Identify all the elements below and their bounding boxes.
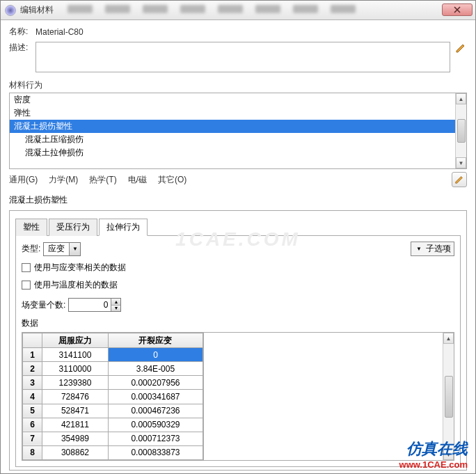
checkbox-icon[interactable] <box>22 263 31 272</box>
name-value: Material-C80 <box>35 27 84 37</box>
checkbox-icon[interactable] <box>22 281 31 290</box>
cell-crack[interactable]: 0 <box>108 348 203 362</box>
behavior-scrollbar[interactable]: ▲ ▼ <box>455 93 466 168</box>
cell-crack[interactable]: 0.000590329 <box>108 418 203 432</box>
column-header[interactable]: 开裂应变 <box>108 333 203 348</box>
pencil-icon <box>454 175 464 184</box>
desc-label: 描述: <box>9 42 35 54</box>
table-row[interactable]: 131411000 <box>23 348 203 362</box>
fieldvar-row: 场变量个数: ▲ ▼ <box>22 298 454 312</box>
desc-input[interactable] <box>35 42 450 72</box>
menu-emag[interactable]: 电/磁 <box>128 174 147 186</box>
suboptions-button[interactable]: ▼ 子选项 <box>411 242 454 256</box>
row-number: 2 <box>23 362 42 376</box>
close-icon <box>454 6 461 13</box>
chevron-down-icon: ▼ <box>69 243 80 255</box>
row-number: 1 <box>23 348 42 362</box>
table-row[interactable]: 83088620.000833873 <box>23 445 203 459</box>
cell-yield[interactable]: 3110000 <box>42 362 109 376</box>
name-label: 名称: <box>9 26 35 38</box>
cell-yield[interactable]: 421811 <box>42 418 109 432</box>
name-row: 名称: Material-C80 <box>9 26 467 38</box>
behavior-item[interactable]: 混凝土压缩损伤 <box>10 133 455 146</box>
type-value: 应变 <box>44 243 69 255</box>
spin-down-icon[interactable]: ▼ <box>111 306 120 312</box>
behavior-item[interactable]: 密度 <box>10 93 455 106</box>
window-title: 编辑材料 <box>20 4 54 16</box>
strainrate-label: 使用与应变率相关的数据 <box>34 262 126 274</box>
cell-yield[interactable]: 3141100 <box>42 348 109 362</box>
table-row[interactable]: 55284710.000467236 <box>23 404 203 418</box>
table-row[interactable]: 64218110.000590329 <box>23 418 203 432</box>
chevron-down-icon: ▼ <box>414 244 424 254</box>
table-scrollbar[interactable]: ▲ ▼ <box>443 333 454 460</box>
data-label: 数据 <box>22 317 454 329</box>
tab[interactable]: 受压行为 <box>49 219 97 236</box>
temperature-checkbox-row[interactable]: 使用与温度相关的数据 <box>22 279 454 291</box>
behavior-section-label: 材料行为 <box>9 79 467 91</box>
type-label: 类型: <box>22 243 40 255</box>
spin-up-icon[interactable]: ▲ <box>111 299 120 306</box>
titlebar[interactable]: 编辑材料 <box>1 1 475 20</box>
row-number: 4 <box>23 390 42 404</box>
tab[interactable]: 塑性 <box>15 219 47 236</box>
menu-general[interactable]: 通用(G) <box>9 174 38 186</box>
temperature-label: 使用与温度相关的数据 <box>34 279 118 291</box>
scroll-up-icon[interactable]: ▲ <box>456 93 466 104</box>
cell-yield[interactable]: 1239380 <box>42 376 109 390</box>
close-button[interactable] <box>442 3 473 16</box>
data-table-wrap: 屈服应力开裂应变131411000231100003.84E-005312393… <box>22 332 454 461</box>
corner-cell <box>23 333 42 348</box>
data-table[interactable]: 屈服应力开裂应变131411000231100003.84E-005312393… <box>22 333 203 460</box>
menu-mechanical[interactable]: 力学(M) <box>49 174 78 186</box>
strainrate-checkbox-row[interactable]: 使用与应变率相关的数据 <box>22 262 454 274</box>
cell-yield[interactable]: 728476 <box>42 390 109 404</box>
row-number: 6 <box>23 418 42 432</box>
row-number: 3 <box>23 376 42 390</box>
type-row: 类型: 应变 ▼ ▼ 子选项 <box>22 242 454 256</box>
tabs: 塑性受压行为拉伸行为 <box>15 218 461 236</box>
edit-desc-button[interactable] <box>454 42 467 54</box>
fieldvar-label: 场变量个数: <box>22 299 65 311</box>
menu-other[interactable]: 其它(O) <box>158 174 187 186</box>
scroll-thumb[interactable] <box>445 376 453 418</box>
table-row[interactable]: 231100003.84E-005 <box>23 362 203 376</box>
edit-behavior-button[interactable] <box>452 172 467 187</box>
window-root: 编辑材料 名称: Material-C80 描述: 材料行为 密度弹性混凝土损伤… <box>0 0 476 474</box>
behavior-list: 密度弹性混凝土损伤塑性混凝土压缩损伤混凝土拉伸损伤 ▲ ▼ <box>9 93 467 169</box>
column-header[interactable]: 屈服应力 <box>42 333 109 348</box>
cell-yield[interactable]: 528471 <box>42 404 109 418</box>
scroll-down-icon[interactable]: ▼ <box>443 449 454 460</box>
behavior-item[interactable]: 弹性 <box>10 106 455 120</box>
fieldvar-input[interactable] <box>69 299 111 311</box>
category-menu: 通用(G) 力学(M) 热学(T) 电/磁 其它(O) <box>9 169 467 190</box>
cell-yield[interactable]: 354989 <box>42 432 109 445</box>
cell-crack[interactable]: 0.000207956 <box>108 376 203 390</box>
behavior-item[interactable]: 混凝土损伤塑性 <box>10 120 455 133</box>
tab-body: 类型: 应变 ▼ ▼ 子选项 使用与应变率相关的数据 使用 <box>15 236 461 467</box>
table-row[interactable]: 312393800.000207956 <box>23 376 203 390</box>
suboptions-label: 子选项 <box>426 243 451 255</box>
cell-crack[interactable]: 0.000712373 <box>108 432 203 445</box>
data-area: 数据 屈服应力开裂应变131411000231100003.84E-005312… <box>22 317 454 461</box>
content-area: 名称: Material-C80 描述: 材料行为 密度弹性混凝土损伤塑性混凝土… <box>1 20 475 473</box>
scroll-down-icon[interactable]: ▼ <box>456 157 466 168</box>
scroll-up-icon[interactable]: ▲ <box>443 333 454 344</box>
table-row[interactable]: 47284760.000341687 <box>23 390 203 404</box>
cell-crack[interactable]: 0.000833873 <box>108 445 203 459</box>
menu-thermal[interactable]: 热学(T) <box>89 174 116 186</box>
type-combo[interactable]: 应变 ▼ <box>43 242 81 256</box>
pencil-icon <box>455 42 466 54</box>
cell-yield[interactable]: 308862 <box>42 445 109 459</box>
cell-crack[interactable]: 3.84E-005 <box>108 362 203 376</box>
fieldvar-spinner[interactable]: ▲ ▼ <box>68 298 121 312</box>
table-fill <box>203 333 443 460</box>
desc-row: 描述: <box>9 42 467 72</box>
cell-crack[interactable]: 0.000467236 <box>108 404 203 418</box>
behavior-items[interactable]: 密度弹性混凝土损伤塑性混凝土压缩损伤混凝土拉伸损伤 <box>10 93 455 168</box>
table-row[interactable]: 73549890.000712373 <box>23 432 203 445</box>
scroll-thumb[interactable] <box>457 119 466 143</box>
cell-crack[interactable]: 0.000341687 <box>108 390 203 404</box>
behavior-item[interactable]: 混凝土拉伸损伤 <box>10 146 455 159</box>
tab[interactable]: 拉伸行为 <box>99 219 148 236</box>
